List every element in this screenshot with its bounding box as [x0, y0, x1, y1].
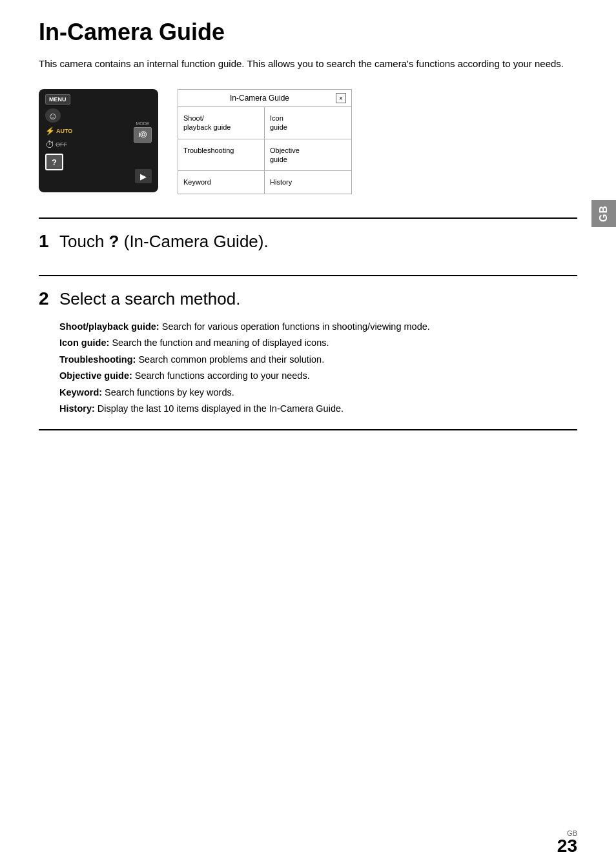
- step-line-shoot-bold: Shoot/playback guide:: [59, 321, 159, 332]
- intro-text: This camera contains an internal functio…: [39, 57, 577, 72]
- page-content: In-Camera Guide This camera contains an …: [0, 0, 616, 469]
- cam-mode-label: MODE: [136, 121, 150, 126]
- guide-cell-icon-guide[interactable]: Iconguide: [265, 107, 351, 139]
- step-1-section: 1 Touch ? (In-Camera Guide).: [39, 217, 577, 275]
- cam-selftimer-icon: ⏱ OFF: [45, 139, 67, 150]
- guide-cell-objective-guide[interactable]: Objectiveguide: [265, 139, 351, 172]
- diagram-area: MENU ☺ ⚡ AUTO ⏱ OFF ? MODE iⓄ ▶: [39, 89, 577, 194]
- step-2-section: 2 Select a search method. Shoot/playback…: [39, 275, 577, 443]
- guide-cell-troubleshooting[interactable]: Troubleshooting: [178, 139, 265, 172]
- step-1-number: 1: [39, 232, 53, 250]
- cam-play-button: ▶: [135, 169, 152, 183]
- camera-mockup: MENU ☺ ⚡ AUTO ⏱ OFF ? MODE iⓄ ▶: [39, 89, 158, 192]
- step-2-header: 2 Select a search method.: [39, 289, 577, 309]
- cam-mode-icon: iⓄ: [134, 127, 152, 143]
- step-line-history-bold: History:: [59, 403, 95, 414]
- guide-cell-shoot-playback[interactable]: Shoot/playback guide: [178, 107, 265, 139]
- step-line-shoot: Shoot/playback guide: Search for various…: [59, 319, 577, 334]
- step-2-number: 2: [39, 290, 53, 308]
- step-line-shoot-text: Search for various operation functions i…: [162, 321, 430, 332]
- step-2-body: Shoot/playback guide: Search for various…: [39, 319, 577, 416]
- step-line-objective: Objective guide: Search functions accord…: [59, 368, 577, 383]
- guide-dialog-grid: Shoot/playback guide Iconguide Troublesh…: [178, 107, 351, 193]
- cam-mode-button: MODE iⓄ: [134, 121, 152, 143]
- step-1-header: 1 Touch ? (In-Camera Guide).: [39, 232, 577, 252]
- step-line-history: History: Display the last 10 items displ…: [59, 401, 577, 416]
- cam-question-button[interactable]: ?: [45, 154, 63, 170]
- guide-dialog-title: In-Camera Guide: [183, 94, 336, 103]
- step-line-history-text: Display the last 10 items displayed in t…: [98, 403, 344, 414]
- guide-dialog-close-button[interactable]: ×: [336, 93, 346, 103]
- cam-off-label: OFF: [56, 141, 67, 148]
- step-line-objective-text: Search functions according to your needs…: [135, 370, 310, 381]
- guide-dialog: In-Camera Guide × Shoot/playback guide I…: [178, 89, 352, 194]
- guide-cell-keyword[interactable]: Keyword: [178, 171, 265, 193]
- step-1-title: Touch ? (In-Camera Guide).: [59, 232, 269, 252]
- step-line-trouble-text: Search common problems and their solutio…: [138, 354, 324, 365]
- step-1-question-mark: ?: [109, 232, 119, 251]
- cam-lightning-icon: ⚡: [45, 126, 55, 136]
- step-line-icon-text: Search the function and meaning of displ…: [112, 338, 329, 348]
- step-line-trouble: Troubleshooting: Search common problems …: [59, 352, 577, 367]
- page-title: In-Camera Guide: [39, 19, 577, 45]
- cam-smiley-icon: ☺: [45, 108, 61, 123]
- step-line-keyword: Keyword: Search functions by key words.: [59, 385, 577, 399]
- guide-dialog-header: In-Camera Guide ×: [178, 90, 351, 107]
- step-line-objective-bold: Objective guide:: [59, 370, 132, 381]
- cam-auto-label: AUTO: [56, 128, 72, 134]
- gb-label: GB: [591, 200, 616, 227]
- guide-cell-history[interactable]: History: [265, 171, 351, 193]
- step-line-keyword-bold: Keyword:: [59, 387, 102, 398]
- step-2-title: Select a search method.: [59, 289, 240, 309]
- page-number: 23: [557, 837, 577, 855]
- cam-menu-label: MENU: [45, 94, 70, 105]
- step-2-bottom-border: [39, 429, 577, 430]
- cam-flash-auto: ⚡ AUTO: [45, 126, 72, 136]
- cam-timer-symbol: ⏱: [45, 139, 54, 150]
- step-line-trouble-bold: Troubleshooting:: [59, 354, 136, 365]
- cam-menu-button: MENU: [45, 94, 70, 105]
- step-line-icon-bold: Icon guide:: [59, 338, 109, 348]
- step-line-icon: Icon guide: Search the function and mean…: [59, 336, 577, 350]
- page-footer: GB 23: [557, 829, 577, 855]
- step-line-keyword-text: Search functions by key words.: [105, 387, 234, 398]
